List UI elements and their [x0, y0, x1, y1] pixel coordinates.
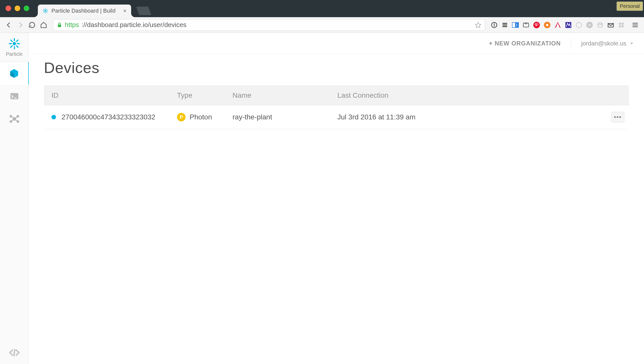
particle-logo[interactable]: Particle	[0, 33, 29, 62]
extension-icon[interactable]: m	[585, 20, 594, 30]
address-bar[interactable]: https://dashboard.particle.io/user/devic…	[53, 19, 485, 31]
svg-line-6	[46, 12, 47, 13]
svg-line-42	[10, 45, 12, 47]
sidebar-item-integrations[interactable]	[0, 108, 29, 130]
svg-rect-28	[619, 22, 621, 24]
topbar: + NEW ORGANIZATION jordan@skole.us	[29, 33, 644, 54]
minimize-window-button[interactable]	[15, 6, 20, 11]
device-id: 270046000c47343233323032	[62, 113, 155, 121]
browser-tab[interactable]: Particle Dashboard | Build ×	[38, 5, 131, 17]
svg-point-22	[546, 24, 548, 26]
status-dot	[51, 115, 56, 119]
svg-line-5	[44, 9, 45, 10]
svg-line-51	[15, 117, 17, 118]
close-window-button[interactable]	[6, 6, 11, 11]
svg-line-41	[16, 45, 18, 47]
extension-icon[interactable]	[500, 20, 509, 30]
url-path: ://dashboard.particle.io/user/devices	[81, 21, 186, 29]
maximize-window-button[interactable]	[24, 6, 29, 11]
svg-marker-55	[630, 43, 633, 44]
sidebar-item-devices[interactable]	[0, 62, 29, 85]
col-header-last[interactable]: Last Connection	[329, 86, 606, 105]
extension-icon[interactable]	[606, 20, 615, 30]
svg-point-35	[13, 43, 15, 45]
reload-button[interactable]	[27, 20, 37, 30]
url-scheme: https	[65, 21, 79, 29]
browser-toolbar: https://dashboard.particle.io/user/devic…	[0, 17, 644, 33]
extension-icon[interactable]: 1	[511, 20, 520, 30]
brand-label: Particle	[6, 51, 23, 57]
svg-rect-30	[619, 25, 621, 27]
lock-icon	[57, 22, 62, 28]
col-header-id[interactable]: ID	[44, 86, 172, 105]
svg-point-47	[17, 115, 19, 117]
profile-chip[interactable]: Personal	[617, 2, 643, 11]
pinterest-icon[interactable]	[532, 20, 541, 30]
extension-icon[interactable]	[617, 20, 626, 30]
svg-line-8	[46, 9, 47, 10]
svg-line-7	[44, 12, 45, 13]
extension-icon[interactable]	[596, 20, 605, 30]
svg-line-54	[14, 349, 15, 356]
table-header-row: ID Type Name Last Connection	[44, 86, 629, 105]
svg-rect-15	[503, 26, 507, 27]
devices-table: ID Type Name Last Connection	[44, 86, 629, 129]
window-controls	[6, 6, 29, 11]
tab-title: Particle Dashboard | Build	[51, 8, 115, 14]
extension-icon[interactable]	[553, 20, 562, 30]
svg-rect-19	[523, 23, 529, 27]
forward-button[interactable]	[16, 20, 25, 30]
extension-icon[interactable]	[521, 20, 531, 30]
col-header-type[interactable]: Type	[172, 86, 228, 105]
svg-line-50	[12, 117, 13, 118]
svg-point-0	[45, 10, 46, 11]
divider	[571, 38, 571, 48]
col-header-actions	[606, 86, 629, 105]
back-button[interactable]	[4, 20, 14, 30]
sidebar-item-logs[interactable]	[0, 85, 29, 108]
new-organization-button[interactable]: + NEW ORGANIZATION	[489, 40, 561, 47]
svg-line-43	[16, 40, 18, 42]
browser-tab-strip: Particle Dashboard | Build × Personal	[0, 0, 644, 17]
extension-icon[interactable]	[490, 20, 499, 30]
new-tab-button[interactable]	[136, 7, 151, 15]
svg-marker-10	[475, 22, 481, 28]
svg-line-52	[12, 119, 13, 121]
col-header-name[interactable]: Name	[228, 86, 329, 105]
chrome-menu-icon[interactable]	[630, 20, 640, 30]
home-button[interactable]	[39, 20, 48, 30]
extension-icon[interactable]	[543, 20, 552, 30]
svg-point-27	[598, 23, 602, 24]
table-row[interactable]: 270046000c47343233323032 P Photon ray	[44, 105, 629, 129]
svg-point-46	[10, 115, 12, 117]
bookmark-star-icon[interactable]	[475, 22, 481, 28]
extension-icon[interactable]	[564, 20, 573, 30]
svg-point-49	[17, 121, 19, 122]
chevron-down-icon	[629, 41, 634, 46]
tab-favicon	[42, 8, 48, 14]
extension-icons: 1 m	[490, 20, 626, 30]
svg-rect-9	[58, 24, 61, 27]
device-name: ray-the-plant	[232, 113, 272, 121]
row-more-button[interactable]: •••	[611, 112, 624, 122]
svg-rect-44	[10, 93, 18, 99]
extension-icon[interactable]	[574, 20, 583, 30]
page-title: Devices	[44, 59, 629, 76]
svg-text:m: m	[588, 23, 591, 27]
user-email-label: jordan@skole.us	[581, 40, 626, 47]
device-last-connection: Jul 3rd 2016 at 11:39 am	[337, 113, 416, 121]
sidebar-item-ide[interactable]	[0, 341, 29, 364]
svg-line-40	[10, 40, 12, 42]
device-type-badge: P	[177, 113, 186, 121]
svg-point-24	[576, 22, 582, 28]
device-type-label: Photon	[190, 113, 212, 121]
user-menu[interactable]: jordan@skole.us	[581, 40, 634, 47]
close-tab-icon[interactable]: ×	[123, 7, 127, 14]
svg-rect-14	[503, 24, 507, 25]
svg-rect-31	[622, 25, 624, 27]
svg-line-53	[15, 119, 17, 121]
svg-rect-13	[503, 23, 507, 24]
main-content: + NEW ORGANIZATION jordan@skole.us Devic…	[29, 33, 644, 364]
svg-text:1: 1	[516, 23, 518, 27]
svg-rect-29	[622, 22, 624, 24]
